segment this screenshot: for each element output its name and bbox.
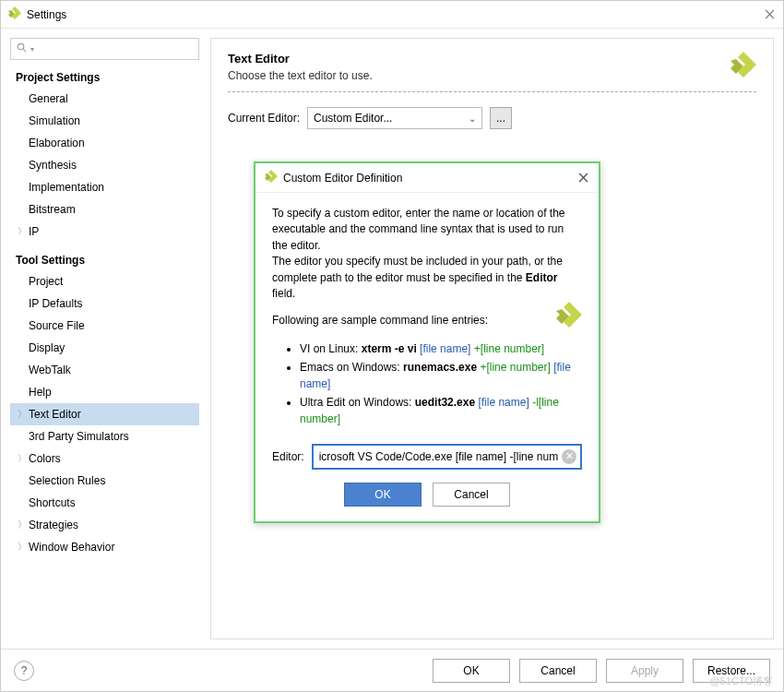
help-icon: ? xyxy=(21,664,28,677)
tool-settings-header: Tool Settings xyxy=(10,254,199,267)
tree-item-selection-rules[interactable]: Selection Rules xyxy=(10,470,199,492)
search-box[interactable]: ▾ xyxy=(10,38,199,60)
titlebar: Settings xyxy=(1,1,783,29)
current-editor-select[interactable]: Custom Editor... ⌄ xyxy=(307,107,482,129)
clear-icon[interactable]: ✕ xyxy=(562,449,576,464)
tree-item-display[interactable]: Display xyxy=(10,337,199,359)
list-item: VI on Linux: xterm -e vi [file name] +[l… xyxy=(300,340,582,357)
list-item: Emacs on Windows: runemacs.exe +[line nu… xyxy=(300,359,582,392)
page-subtitle: Choose the text editor to use. xyxy=(228,69,756,82)
help-button[interactable]: ? xyxy=(14,661,34,681)
svg-point-0 xyxy=(18,43,23,49)
tree-item-3rd-party-simulators[interactable]: 3rd Party Simulators xyxy=(10,425,199,447)
svg-line-1 xyxy=(23,49,26,52)
editor-value: icrosoft VS Code/Code.exe [file name] -[… xyxy=(319,450,558,463)
editor-label: Editor: xyxy=(272,450,304,463)
tree-item-ip[interactable]: 〉IP xyxy=(10,221,199,243)
window-title: Settings xyxy=(27,8,763,21)
cancel-button[interactable]: Cancel xyxy=(433,483,510,507)
current-editor-row: Current Editor: Custom Editor... ⌄ ... xyxy=(228,107,756,129)
dialog-body: To specify a custom editor, enter the na… xyxy=(255,193,599,521)
project-settings-header: Project Settings xyxy=(10,71,199,84)
app-logo-icon xyxy=(8,6,21,22)
app-logo-icon xyxy=(265,170,278,185)
apply-button[interactable]: Apply xyxy=(606,659,683,683)
sidebar: ▾ Project Settings General Simulation El… xyxy=(10,38,199,639)
chevron-right-icon: 〉 xyxy=(18,452,29,465)
tree-item-text-editor[interactable]: 〉Text Editor xyxy=(10,403,199,425)
ok-button[interactable]: OK xyxy=(433,659,510,683)
editor-input[interactable]: icrosoft VS Code/Code.exe [file name] -[… xyxy=(312,444,582,470)
tree-item-simulation[interactable]: Simulation xyxy=(10,110,199,132)
tree-item-shortcuts[interactable]: Shortcuts xyxy=(10,492,199,514)
browse-button[interactable]: ... xyxy=(490,107,512,129)
editor-row: Editor: icrosoft VS Code/Code.exe [file … xyxy=(272,444,582,470)
chevron-right-icon: 〉 xyxy=(18,225,29,238)
tree-item-synthesis[interactable]: Synthesis xyxy=(10,154,199,176)
search-input[interactable] xyxy=(38,42,193,55)
footer: ? OK Cancel Apply Restore... xyxy=(1,649,783,691)
cancel-button[interactable]: Cancel xyxy=(519,659,597,683)
chevron-right-icon: 〉 xyxy=(18,541,29,554)
tree-item-implementation[interactable]: Implementation xyxy=(10,176,199,198)
settings-window: Settings ▾ Project Settings General Simu… xyxy=(0,0,784,692)
dialog-text: To specify a custom editor, enter the na… xyxy=(272,206,582,302)
chevron-right-icon: 〉 xyxy=(18,408,29,421)
divider xyxy=(228,91,756,92)
project-settings-tree: General Simulation Elaboration Synthesis… xyxy=(10,88,199,243)
tree-item-project[interactable]: Project xyxy=(10,270,199,292)
tool-settings-tree: Project IP Defaults Source File Display … xyxy=(10,270,199,558)
tree-item-strategies[interactable]: 〉Strategies xyxy=(10,514,199,536)
chevron-down-icon: ⌄ xyxy=(469,113,476,124)
dialog-title: Custom Editor Definition xyxy=(283,172,576,185)
select-value: Custom Editor... xyxy=(314,112,392,125)
close-icon[interactable] xyxy=(576,172,589,185)
tree-item-window-behavior[interactable]: 〉Window Behavior xyxy=(10,536,199,558)
list-item: Ultra Edit on Windows: uedit32.exe [file… xyxy=(300,394,582,427)
tree-item-source-file[interactable]: Source File xyxy=(10,315,199,337)
page-title: Text Editor xyxy=(228,52,756,66)
dialog-titlebar: Custom Editor Definition xyxy=(255,163,599,193)
tree-item-general[interactable]: General xyxy=(10,88,199,110)
tree-item-bitstream[interactable]: Bitstream xyxy=(10,198,199,221)
tree-item-help[interactable]: Help xyxy=(10,381,199,403)
chevron-right-icon: 〉 xyxy=(18,519,29,531)
vivado-logo-icon xyxy=(731,52,756,80)
tree-item-webtalk[interactable]: WebTalk xyxy=(10,359,199,381)
dialog-text: Following are sample command line entrie… xyxy=(272,313,582,328)
restore-button[interactable]: Restore... xyxy=(693,659,770,683)
tree-item-ip-defaults[interactable]: IP Defaults xyxy=(10,292,199,315)
dropdown-caret-icon: ▾ xyxy=(30,45,34,54)
current-editor-label: Current Editor: xyxy=(228,112,300,125)
custom-editor-dialog: Custom Editor Definition To specify a cu… xyxy=(254,161,600,523)
vivado-logo-icon xyxy=(556,302,582,330)
search-icon xyxy=(17,42,27,55)
dialog-buttons: OK Cancel xyxy=(272,483,582,507)
close-icon[interactable] xyxy=(763,8,776,21)
ok-button[interactable]: OK xyxy=(344,483,422,507)
tree-item-colors[interactable]: 〉Colors xyxy=(10,447,199,470)
sample-list: VI on Linux: xterm -e vi [file name] +[l… xyxy=(272,340,582,427)
tree-item-elaboration[interactable]: Elaboration xyxy=(10,132,199,154)
